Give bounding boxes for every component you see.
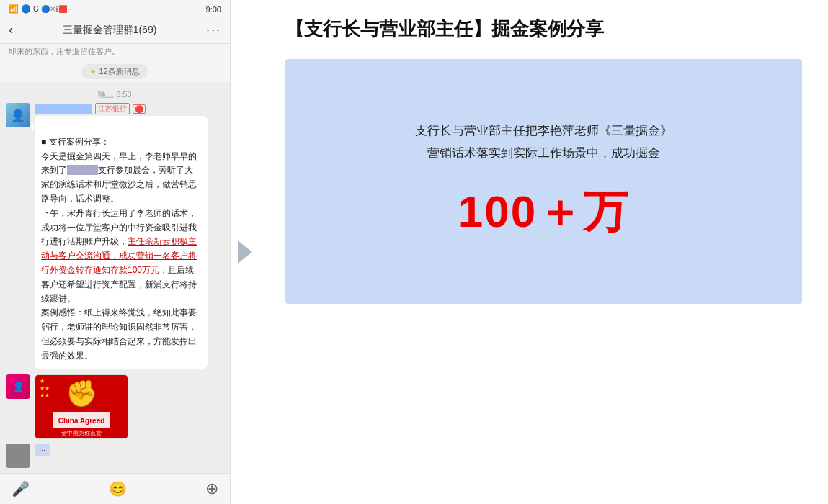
message-bubble: ■ 支行案例分享： 今天是掘金第四天，早上，李老师早早的来到了■■支行参加晨会，… [35,116,208,369]
wifi-icon: 🔵 [21,4,31,14]
china-agreed-text: China Agreed [58,417,105,425]
right-panel: 【支行长与营业部主任】掘金案例分享 支行长与营业部主任把李艳萍老师《三量掘金》 … [259,0,828,504]
new-messages-area: ✦ 12条新消息 [0,61,230,82]
highlight-text: 主任余新云积极主动与客户交流沟通，成功营销一名客户将行外资金转存通知存款100万… [41,236,197,275]
new-messages-count: 12条新消息 [99,66,139,77]
china-agreed-label: China Agreed [53,412,111,428]
sender-name: 江苏银行 [35,104,92,114]
voice-icon[interactable]: 🎤 [12,480,30,498]
arrow-area [231,0,259,504]
sender-label: 江苏银行 江苏银行 🔴 [35,103,224,114]
status-time: 9:00 [206,5,221,14]
info-box-amount: 100＋万 [458,181,629,242]
chat-area[interactable]: 晚上 8:53 👤 江苏银行 江苏银行 🔴 ■ 支行案例分享： 今天是掘金第四天… [0,82,230,473]
avatar-2: 👤 [6,374,30,399]
arrow-right-icon [238,240,252,264]
chat-toolbar: 🎤 😊 ⊕ [0,473,230,504]
verified-tag: 🔴 [133,104,146,114]
bank-tag: 江苏银行 [95,103,130,114]
plus-icon[interactable]: ⊕ [205,480,218,498]
network-icon: 📶 [9,4,19,14]
last-message-row: ··· [6,444,224,468]
more-button[interactable]: ··· [206,22,221,37]
info-box-text: 支行长与营业部主任把李艳萍老师《三量掘金》 营销话术落实到实际工作场景中，成功掘… [415,120,672,164]
signal-text: G [33,5,39,13]
redacted-1: ■■ [67,165,98,175]
chat-header: ‹ 三量掘金管理群1(69) ··· [0,17,230,44]
avatar: 👤 [6,103,30,127]
chat-subtitle: 即来的东西，用专业留住客户。 [0,44,230,61]
emoji-icon[interactable]: 😊 [109,480,127,498]
status-left: 📶 🔵 G 🔵✕ℹ🟥 ··· [9,4,75,14]
message-content: 江苏银行 江苏银行 🔴 ■ 支行案例分享： 今天是掘金第四天，早上，李老师早早的… [35,103,224,369]
info-box: 支行长与营业部主任把李艳萍老师《三量掘金》 营销话术落实到实际工作场景中，成功掘… [285,59,802,304]
time-label: 晚上 8:53 [6,85,224,103]
last-bubble-text: ··· [39,446,45,454]
fist-icon: ✊ [66,379,98,409]
bubble-text: ■ 支行案例分享： 今天是掘金第四天，早上，李老师早早的来到了■■支行参加晨会，… [41,137,197,361]
last-bubble: ··· [35,444,50,456]
image-message-row: 👤 ★★★★★ ✊ China Agreed 全中国为你点赞 [6,374,224,439]
status-bar: 📶 🔵 G 🔵✕ℹ🟥 ··· 9:00 [0,0,230,17]
flag-stars: ★★★★★ [40,378,50,400]
china-agreed-subtitle: 全中国为你点赞 [61,429,102,437]
case-share-label: ■ 支行案例分享： [41,137,110,147]
china-agreed-image: ★★★★★ ✊ China Agreed 全中国为你点赞 [35,374,128,439]
message-row: 👤 江苏银行 江苏银行 🔴 ■ 支行案例分享： 今天是掘金第四天，早上，李老师早… [6,103,224,369]
status-icons: 🔵✕ℹ🟥 ··· [41,5,75,13]
avatar-3 [6,444,30,468]
right-title: 【支行长与营业部主任】掘金案例分享 [285,17,802,42]
person-ref: 宋丹青行长运用了李老师的话术 [67,208,188,218]
chat-title: 三量掘金管理群1(69) [13,24,206,37]
phone-panel: 📶 🔵 G 🔵✕ℹ🟥 ··· 9:00 ‹ 三量掘金管理群1(69) ··· 即… [0,0,231,504]
star-icon: ✦ [90,68,96,76]
new-messages-badge[interactable]: ✦ 12条新消息 [81,64,148,79]
